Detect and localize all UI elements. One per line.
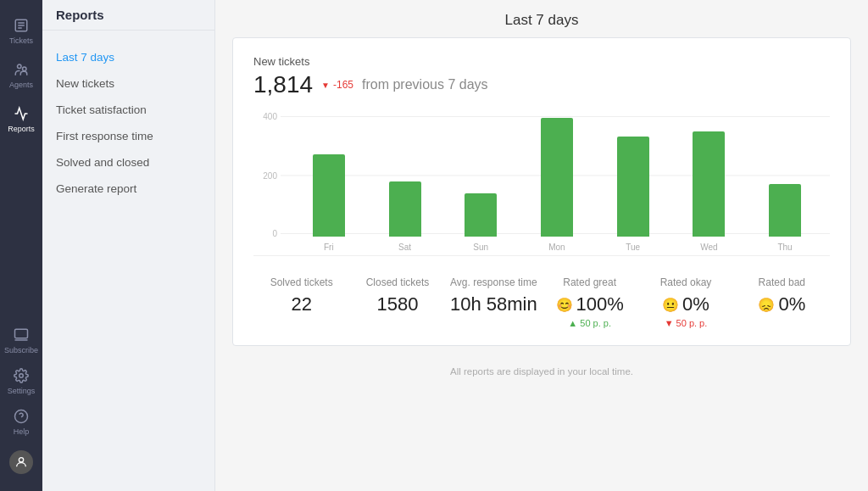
delta-value: -165 <box>333 79 353 91</box>
avatar-item[interactable] <box>0 442 42 483</box>
icon-bar: Tickets Agents Reports Subscribe Setting… <box>0 0 42 491</box>
sidebar-title: Reports <box>42 0 214 31</box>
settings-label: Settings <box>8 387 36 395</box>
sidebar-nav-newtickets[interactable]: New tickets <box>42 70 214 97</box>
sidebar-nav-firstresponsetime[interactable]: First response time <box>42 123 214 149</box>
main-body: New tickets 1,814 ▼ -165 from previous 7… <box>215 37 868 491</box>
help-label: Help <box>14 427 30 436</box>
bar-sat <box>389 181 421 237</box>
stat-rated-great-sub: ▲ 50 p. p. <box>542 318 637 328</box>
reports-icon <box>13 105 30 122</box>
stat-rated-bad-label: Rated bad <box>734 276 830 288</box>
x-label-mon: Mon <box>541 243 573 252</box>
rated-great-icon: 😊 <box>556 297 573 313</box>
stat-rated-okay-label: Rated okay <box>637 276 733 288</box>
stat-closed-tickets-label: Closed tickets <box>349 276 445 288</box>
main-content: Last 7 days New tickets 1,814 ▼ -165 fro… <box>215 0 868 491</box>
stat-rated-okay-sub: ▼ 50 p. p. <box>637 318 733 328</box>
bar-fri <box>313 154 345 237</box>
card-delta: ▼ -165 <box>321 79 353 91</box>
tickets-icon <box>13 17 30 34</box>
stat-avg-response-label: Avg. response time <box>446 276 542 288</box>
subscribe-label: Subscribe <box>4 346 38 354</box>
rated-bad-icon: 😞 <box>758 297 775 313</box>
icon-bar-bottom: Subscribe Settings Help <box>0 320 42 491</box>
settings-icon <box>13 367 30 384</box>
sidebar-nav-solvedandclosed[interactable]: Solved and closed <box>42 149 214 176</box>
bar-wed-rect <box>693 131 725 237</box>
sidebar: Reports Last 7 days New tickets Ticket s… <box>42 0 215 491</box>
bar-mon <box>541 118 573 237</box>
stat-closed-tickets-value: 1580 <box>349 293 445 315</box>
sidebar-item-agents[interactable]: Agents <box>0 53 42 97</box>
main-header: Last 7 days <box>215 0 868 37</box>
stat-rated-okay-value: 0% <box>682 293 709 315</box>
sidebar-nav-ticketsatisfaction[interactable]: Ticket satisfaction <box>42 97 214 123</box>
sidebar-item-subscribe[interactable]: Subscribe <box>0 320 42 360</box>
y-label-200: 200 <box>253 170 277 180</box>
svg-point-5 <box>23 67 27 71</box>
delta-text: from previous 7 days <box>362 77 488 92</box>
x-label-sun: Sun <box>465 243 497 252</box>
x-label-sat: Sat <box>389 243 421 252</box>
x-label-wed: Wed <box>693 243 725 252</box>
y-label-0: 0 <box>253 229 277 238</box>
stat-rated-great: Rated great 😊 100% ▲ 50 p. p. <box>542 276 637 328</box>
stat-rated-bad: Rated bad 😞 0% <box>734 276 830 328</box>
bar-sun <box>465 193 497 237</box>
bar-tue <box>617 137 649 237</box>
svg-rect-6 <box>15 329 28 338</box>
stat-rated-okay: Rated okay 😐 0% ▼ 50 p. p. <box>637 276 733 328</box>
chart-area: 400 200 0 <box>253 112 830 256</box>
sidebar-item-settings[interactable]: Settings <box>0 360 42 401</box>
card-big-value: 1,814 <box>253 71 313 98</box>
bar-fri-rect <box>313 154 345 237</box>
bar-tue-rect <box>617 137 649 237</box>
svg-point-11 <box>19 458 23 462</box>
agents-icon <box>13 61 30 78</box>
x-label-fri: Fri <box>313 243 345 252</box>
bar-sun-rect <box>465 193 497 237</box>
stat-solved-tickets-label: Solved tickets <box>253 276 349 288</box>
x-label-tue: Tue <box>617 243 649 252</box>
delta-arrow-icon: ▼ <box>321 81 330 90</box>
stat-closed-tickets: Closed tickets 1580 <box>349 276 445 328</box>
help-icon <box>13 408 30 425</box>
sidebar-nav-generatereport[interactable]: Generate report <box>42 176 214 202</box>
svg-point-4 <box>18 64 22 69</box>
stat-avg-response: Avg. response time 10h 58min <box>446 276 542 328</box>
bar-wed <box>693 131 725 237</box>
sidebar-item-tickets[interactable]: Tickets <box>0 8 42 53</box>
reports-label: Reports <box>8 125 35 133</box>
subscribe-icon <box>13 326 30 343</box>
sidebar-item-help[interactable]: Help <box>0 401 42 442</box>
stat-rated-bad-value: 0% <box>778 293 805 315</box>
avatar <box>9 450 33 474</box>
stats-row: Solved tickets 22 Closed tickets 1580 Av… <box>253 271 830 328</box>
bar-thu-rect <box>769 184 801 237</box>
card-value-row: 1,814 ▼ -165 from previous 7 days <box>253 71 830 98</box>
stat-solved-tickets-value: 22 <box>253 293 349 315</box>
stat-rated-great-label: Rated great <box>542 276 637 288</box>
agents-label: Agents <box>9 81 33 89</box>
svg-point-8 <box>19 373 24 377</box>
stat-rated-great-value: 100% <box>576 293 624 315</box>
sidebar-nav: Last 7 days New tickets Ticket satisfact… <box>42 31 214 215</box>
bar-mon-rect <box>541 118 573 237</box>
stat-solved-tickets: Solved tickets 22 <box>253 276 349 328</box>
sidebar-nav-last7days[interactable]: Last 7 days <box>42 44 214 70</box>
x-label-thu: Thu <box>769 243 801 252</box>
footer-note: All reports are displayed in your local … <box>232 356 851 387</box>
bar-sat-rect <box>389 181 421 237</box>
tickets-label: Tickets <box>9 36 33 45</box>
card-title: New tickets <box>253 55 830 68</box>
y-label-400: 400 <box>253 112 277 121</box>
sidebar-item-reports[interactable]: Reports <box>0 97 42 141</box>
stat-avg-response-value: 10h 58min <box>446 293 542 315</box>
rated-okay-icon: 😐 <box>662 297 679 313</box>
main-card: New tickets 1,814 ▼ -165 from previous 7… <box>232 37 851 346</box>
bar-thu <box>769 184 801 237</box>
